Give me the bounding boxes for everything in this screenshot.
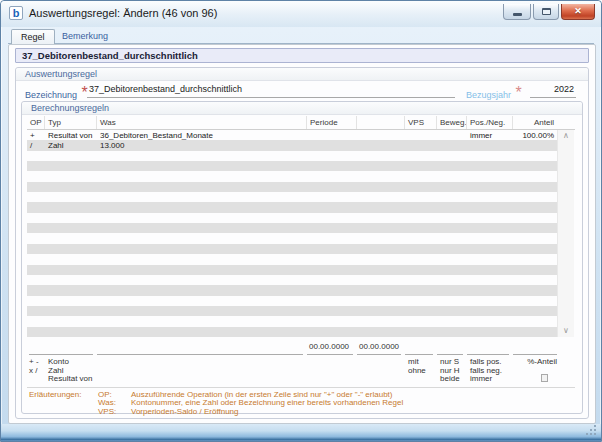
erlaeuterungen: Erläuterungen: OP: Auszuführende Operati… [27, 390, 575, 415]
legend-beweg-3: beide [440, 374, 460, 383]
dialog-window: b Auswertungsregel: Ändern (46 von 96) ✕… [0, 0, 602, 442]
table-row-empty[interactable] [27, 202, 557, 212]
bezeichnung-label: Bezeichnung * [25, 84, 88, 102]
field-underline [29, 354, 93, 355]
column-header-anteil: Anteil [513, 116, 557, 129]
table-row-empty[interactable] [27, 151, 557, 161]
resize-grip[interactable] [586, 425, 596, 435]
column-header-beweg-: Beweg. [437, 116, 467, 129]
edit-row-underlines [27, 354, 557, 355]
tab-regel[interactable]: Regel [11, 29, 55, 44]
cell-posneg: immer [467, 130, 513, 140]
bezeichnung-input[interactable]: 37_Debitorenbestand_durchschnittlich [89, 84, 242, 94]
rules-table-header: OPTypWasPeriodeVPSBeweg.Pos./Neg.Anteil [27, 116, 575, 130]
column-header-periode2 [357, 116, 405, 129]
window-bottom-frame [1, 424, 601, 441]
legend-vps-2: ohne [408, 366, 426, 375]
column-header-typ: Typ [45, 116, 97, 129]
column-header-op: OP [27, 116, 45, 129]
field-underline [467, 354, 509, 355]
anteil-checkbox[interactable] [541, 374, 548, 382]
edit-row: 00.00.0000 00.00.0000 [27, 342, 557, 353]
cell-op: / [27, 140, 45, 150]
table-row-empty[interactable] [27, 161, 557, 171]
close-icon: ✕ [562, 6, 594, 16]
table-row-empty[interactable] [27, 306, 557, 316]
cell-typ: Resultat von [45, 130, 97, 140]
field-underline [307, 354, 353, 355]
table-row-empty[interactable] [27, 265, 557, 275]
erl-term-vps: VPS: [98, 407, 116, 416]
table-row-empty[interactable] [27, 296, 557, 306]
legend-anteil-label: %-Anteil [515, 357, 557, 366]
table-row-empty[interactable] [27, 275, 557, 285]
table-row-empty[interactable] [27, 316, 557, 326]
table-row[interactable]: +Resultat von36_Debitoren_Bestand_Monate… [27, 130, 557, 140]
table-row-empty[interactable] [27, 223, 557, 233]
scroll-up-arrow-icon[interactable]: ∧ [558, 131, 574, 141]
minimize-icon [513, 13, 522, 16]
table-row[interactable]: /Zahl13.000 [27, 140, 557, 150]
table-row-empty[interactable] [27, 327, 557, 337]
legend-posneg-3: immer [470, 374, 492, 383]
table-row-empty[interactable] [27, 254, 557, 264]
table-row-empty[interactable] [27, 171, 557, 181]
table-row-empty[interactable] [27, 182, 557, 192]
table-row-empty[interactable] [27, 213, 557, 223]
legend-typ-3: Resultat von [48, 374, 92, 383]
bezugsjahr-label: Bezugsjahr * [466, 84, 522, 102]
tab-strip: Regel Bemerkung [1, 27, 601, 44]
rules-table-body: +Resultat von36_Debitoren_Bestand_Monate… [27, 130, 575, 337]
cell-op: + [27, 130, 45, 140]
group-berechnungsregeln-title: Berechnungsregeln [22, 102, 582, 115]
table-row-empty[interactable] [27, 234, 557, 244]
table-row-empty[interactable] [27, 244, 557, 254]
field-underline [405, 354, 433, 355]
bezugsjahr-input-underline [530, 97, 576, 98]
field-underline [97, 354, 303, 355]
field-underline [357, 354, 401, 355]
column-header-vps: VPS [405, 116, 437, 129]
maximize-button[interactable] [533, 4, 559, 20]
column-header-periode: Periode [307, 116, 357, 129]
bezugsjahr-input[interactable]: 2022 [532, 84, 574, 94]
field-underline [437, 354, 463, 355]
table-row-empty[interactable] [27, 192, 557, 202]
cell-was: 36_Debitoren_Bestand_Monate [97, 130, 307, 140]
tab-bemerkung[interactable]: Bemerkung [53, 29, 117, 44]
column-header-pos-neg-: Pos./Neg. [467, 116, 513, 129]
window-title: Auswertungsregel: Ändern (46 von 96) [29, 7, 217, 19]
close-button[interactable]: ✕ [561, 4, 595, 20]
legend: + - x / Konto Zahl Resultat von mit ohne… [27, 357, 557, 384]
title-bar[interactable]: b Auswertungsregel: Ändern (46 von 96) ✕ [1, 1, 601, 27]
group-auswertungsregel-title: Auswertungsregel [16, 68, 588, 81]
erl-text-vps: Vorperioden-Saldo / Eröffnung [131, 407, 238, 416]
bezeichnung-input-underline [87, 97, 455, 98]
scroll-down-arrow-icon[interactable]: ∨ [558, 326, 574, 336]
cell-anteil: 100.00% [513, 130, 557, 140]
table-scrollbar[interactable]: ∧ ∨ [557, 130, 574, 337]
rules-table: OPTypWasPeriodeVPSBeweg.Pos./Neg.Anteil … [27, 116, 575, 337]
periode-from-field[interactable]: 00.00.0000 [309, 342, 349, 351]
table-row-empty[interactable] [27, 285, 557, 295]
column-header-was: Was [97, 116, 307, 129]
cell-was: 13.000 [97, 140, 307, 150]
cell-typ: Zahl [45, 140, 97, 150]
minimize-button[interactable] [503, 4, 531, 20]
maximize-icon [542, 8, 551, 15]
periode-to-field[interactable]: 00.00.0000 [359, 342, 399, 351]
field-underline [513, 354, 557, 355]
legend-separator [27, 387, 575, 388]
rule-title-bar: 37_Debitorenbestand_durchschnittlich [15, 48, 589, 63]
legend-op-2: x / [29, 366, 37, 375]
app-icon: b [9, 6, 23, 20]
